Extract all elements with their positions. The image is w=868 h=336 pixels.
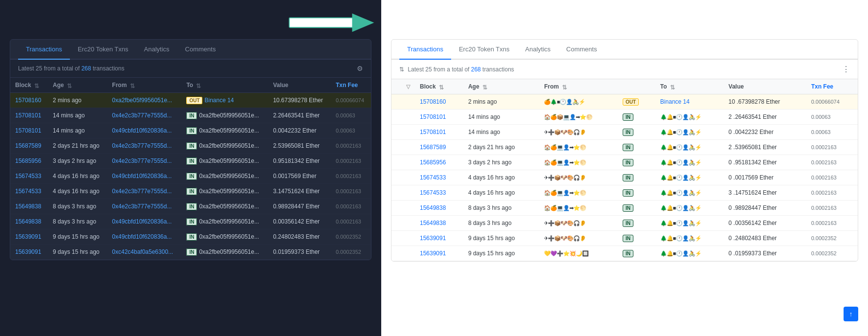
left-th-fee: Txn Fee <box>331 78 371 93</box>
block-link[interactable]: 15708101 <box>420 129 446 135</box>
block-link[interactable]: 15649838 <box>15 218 41 225</box>
cell-block: 15639091 <box>415 231 463 246</box>
right-options-icon[interactable]: ⋮ <box>842 65 850 74</box>
cell-fee: 0.0002163 <box>806 216 858 231</box>
cell-cb <box>391 155 401 170</box>
from-link[interactable]: 0x49cbfd10f620836a... <box>112 233 172 240</box>
block-link[interactable]: 15687589 <box>420 144 446 151</box>
block-link[interactable]: 15685956 <box>15 157 41 164</box>
right-table-row: 15687589 2 days 21 hrs ago 🏠🍊💻👤➡⭐🌕 IN 🌲🔔… <box>391 140 858 155</box>
cell-filt <box>401 155 415 170</box>
cell-age: 8 days 3 hrs ago <box>463 216 540 231</box>
left-total-link[interactable]: 268 <box>81 65 91 72</box>
cell-cb <box>391 170 401 185</box>
cell-value: 0.0042232 Ether <box>268 123 331 138</box>
cell-block: 15674533 <box>415 185 463 201</box>
to-emojis: 🌲🔔■🕐👤🚴⚡ <box>660 250 701 256</box>
cell-badge-to: IN0xa2fbe05f9956051e... <box>181 154 268 169</box>
cell-value: 0 .0042232 Ether <box>724 125 806 140</box>
badge-in: IN <box>623 113 633 121</box>
to-link[interactable]: Binance 14 <box>204 97 234 104</box>
right-tab-erc20[interactable]: Erc20 Token Txns <box>451 40 518 60</box>
from-emoji-icons: ✈➕📦🐶🎨🎧👂 <box>544 220 586 226</box>
right-sort-from: ⇅ <box>562 84 568 90</box>
left-table-row: 15639091 9 days 15 hrs ago 0x49cbfd10f62… <box>10 229 371 245</box>
from-link[interactable]: 0x49cbfd10f620836a... <box>112 218 172 225</box>
right-th-age: Age ⇅ <box>463 79 540 94</box>
block-link[interactable]: 15639091 <box>420 250 446 257</box>
cell-age: 2 days 21 hrs ago <box>48 138 107 154</box>
from-link[interactable]: 0xa2fbe05f9956051e... <box>112 97 172 104</box>
svg-rect-0 <box>289 18 353 27</box>
cell-from: 0x49cbfd10f620836a... <box>107 229 181 245</box>
left-th-age: Age ⇅ <box>48 78 107 93</box>
cell-age: 4 days 16 hrs ago <box>48 169 107 184</box>
cell-badge: IN <box>618 185 655 201</box>
block-link[interactable]: 15687589 <box>15 142 41 149</box>
left-tab-analytics[interactable]: Analytics <box>136 40 177 60</box>
left-settings-icon[interactable]: ⚙ <box>357 65 363 72</box>
badge-in: IN <box>623 204 633 212</box>
scroll-to-top-button[interactable]: ↑ <box>844 307 858 321</box>
to-emojis: 🌲🔔■🕐👤🚴⚡ <box>660 205 701 211</box>
cell-fee: 0.0002163 <box>331 169 371 184</box>
from-link[interactable]: 0x4e2c3b777e7555d... <box>112 142 172 149</box>
sort-icon-from: ⇅ <box>130 83 136 89</box>
block-link[interactable]: 15674533 <box>420 174 446 181</box>
from-link[interactable]: 0x4e2c3b777e7555d... <box>112 188 172 195</box>
cell-age: 3 days 2 hrs ago <box>463 155 540 170</box>
block-link[interactable]: 15708101 <box>15 112 41 119</box>
cell-badge: IN <box>618 246 655 261</box>
block-link[interactable]: 15649838 <box>420 204 446 211</box>
right-tab-comments[interactable]: Comments <box>559 40 605 60</box>
right-info-text: ⇅ Latest 25 from a total of 268 transact… <box>399 66 514 73</box>
left-tab-transactions[interactable]: Transactions <box>18 40 70 60</box>
from-link[interactable]: 0x4e2c3b777e7555d... <box>112 157 172 164</box>
from-link[interactable]: 0x49cbfd10f620836a... <box>112 173 172 179</box>
to-link[interactable]: Binance 14 <box>660 98 690 105</box>
right-table-row: 15674533 4 days 16 hrs ago ✈➕📦🐶🎨🎧👂 IN 🌲🔔… <box>391 170 858 185</box>
right-tab-analytics[interactable]: Analytics <box>518 40 559 60</box>
from-link[interactable]: 0xc42c4baf0a5e6300... <box>112 248 173 255</box>
block-link[interactable]: 15674533 <box>420 189 446 196</box>
left-tab-comments[interactable]: Comments <box>177 40 224 60</box>
sort-icon-to: ⇅ <box>196 83 202 89</box>
block-link[interactable]: 15708101 <box>420 113 446 120</box>
right-tab-transactions[interactable]: Transactions <box>399 40 451 60</box>
block-link[interactable]: 15674533 <box>15 173 41 179</box>
block-link[interactable]: 15708101 <box>15 127 41 134</box>
block-link[interactable]: 15708160 <box>15 97 41 104</box>
cell-from-emojis: 🍊🌲■🕐👤🚴⚡ <box>539 94 617 110</box>
to-addr: 0xa2fbe05f9956051e... <box>199 127 259 134</box>
left-panel: Transactions Erc20 Token Txns Analytics … <box>0 0 381 336</box>
cell-age: 8 days 3 hrs ago <box>48 214 107 229</box>
from-link[interactable]: 0x4e2c3b777e7555d... <box>112 203 172 210</box>
cell-fee: 0.00066074 <box>806 94 858 110</box>
badge-in: IN <box>623 174 633 181</box>
from-link[interactable]: 0x4e2c3b777e7555d... <box>112 112 172 119</box>
block-link[interactable]: 15639091 <box>15 248 41 255</box>
block-link[interactable]: 15674533 <box>15 188 41 195</box>
cell-value: 0 .95181342 Ether <box>724 155 806 170</box>
cell-filt <box>401 110 415 125</box>
cell-block: 15685956 <box>10 154 48 169</box>
left-tab-erc20[interactable]: Erc20 Token Txns <box>70 40 136 60</box>
block-link[interactable]: 15708160 <box>420 98 446 105</box>
badge-in: IN <box>623 159 633 166</box>
block-link[interactable]: 15685956 <box>420 159 446 166</box>
cell-block: 15649838 <box>10 214 48 229</box>
cell-badge: IN <box>618 201 655 216</box>
right-table-row: 15708101 14 mins ago 🏠🍊📦💻👤➡⭐🌕 IN 🌲🔔■🕐👤🚴⚡… <box>391 110 858 125</box>
badge-in: IN <box>186 233 197 241</box>
left-table-wrap: Block ⇅ Age ⇅ From ⇅ To ⇅ Value Txn Fee … <box>10 78 371 260</box>
block-link[interactable]: 15649838 <box>420 220 446 226</box>
block-link[interactable]: 15639091 <box>420 235 446 242</box>
right-total-link[interactable]: 268 <box>471 66 481 73</box>
cell-fee: 0.0002163 <box>806 185 858 201</box>
cell-badge: IN <box>618 155 655 170</box>
right-table-row: 15649838 8 days 3 hrs ago 🏠🍊💻👤➡⭐🌕 IN 🌲🔔■… <box>391 201 858 216</box>
block-link[interactable]: 15649838 <box>15 203 41 210</box>
from-link[interactable]: 0x49cbfd10f620836a... <box>112 127 172 134</box>
block-link[interactable]: 15639091 <box>15 233 41 240</box>
to-addr: 0xa2fbe05f9956051e... <box>199 188 259 195</box>
